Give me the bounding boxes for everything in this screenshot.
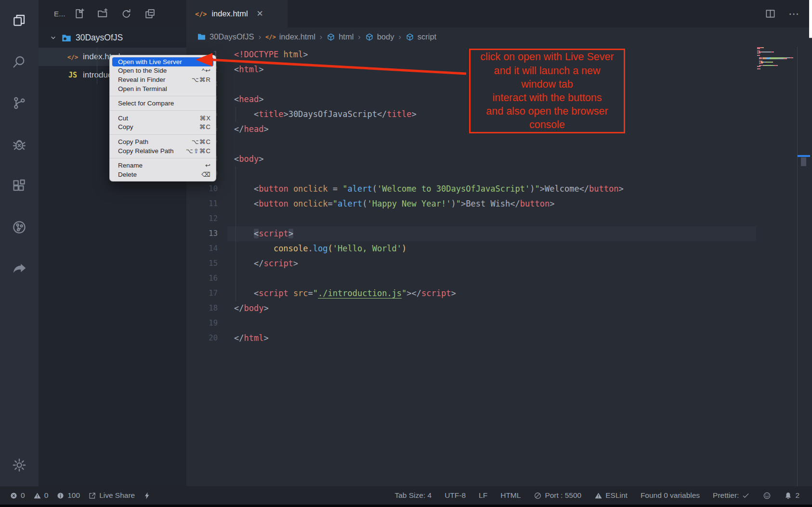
- breadcrumb-item-script[interactable]: script: [406, 32, 436, 41]
- code-line[interactable]: 8<body>: [186, 151, 812, 166]
- settings-gear-icon[interactable]: [12, 457, 27, 473]
- status-item-lf[interactable]: LF: [479, 491, 487, 500]
- collapse-all-icon[interactable]: [144, 8, 156, 20]
- line-number: 10: [186, 184, 218, 193]
- code-line[interactable]: 15 </script>: [186, 256, 812, 271]
- line-number: 16: [186, 274, 218, 283]
- annotation-line: window tab: [471, 78, 624, 91]
- breadcrumb-item-30daysofjs[interactable]: 30DaysOfJS: [197, 32, 254, 41]
- menu-item-reveal-in-finder[interactable]: Reveal in Finder⌥⌘R: [110, 75, 216, 84]
- folder-row-30daysofjs[interactable]: 30DaysOfJS: [39, 29, 186, 47]
- line-number: 13: [186, 229, 218, 238]
- code-line[interactable]: 14 console.log('Hello, World'): [186, 241, 812, 256]
- menu-item-label: Open with Live Server: [118, 58, 182, 65]
- status-item-utf-8[interactable]: UTF-8: [445, 491, 466, 500]
- port-icon: [534, 492, 542, 500]
- new-folder-icon[interactable]: [97, 8, 109, 20]
- code-line[interactable]: 11 <button onclick="alert('Happy New Yea…: [186, 196, 812, 211]
- refresh-icon[interactable]: [120, 8, 132, 20]
- code-line[interactable]: 16: [186, 271, 812, 286]
- source-control-icon[interactable]: [12, 95, 27, 111]
- code-text: console.log('Hello, World'): [218, 244, 406, 253]
- breadcrumb: 30DaysOfJS›</>index.html›html›body›scrip…: [186, 27, 812, 46]
- status-item-lightning[interactable]: [143, 492, 151, 500]
- status-item-eslint[interactable]: ESLint: [594, 491, 628, 500]
- status-item-label: Tab Size: 4: [394, 491, 432, 500]
- search-icon[interactable]: [12, 54, 27, 69]
- new-file-icon[interactable]: [73, 8, 85, 20]
- breadcrumb-item-index-html[interactable]: </>index.html: [265, 32, 315, 41]
- code-line[interactable]: 13 <script>: [186, 226, 812, 241]
- status-item-label: 0: [44, 491, 49, 500]
- menu-item-label: Copy Path: [118, 138, 148, 145]
- more-actions-icon[interactable]: ⋯: [788, 12, 799, 16]
- warning-icon: [33, 492, 41, 500]
- circle-branch-icon[interactable]: [12, 220, 27, 235]
- menu-item-open-in-terminal[interactable]: Open in Terminal: [110, 84, 216, 93]
- menu-item-select-for-compare[interactable]: Select for Compare: [110, 99, 216, 108]
- status-item-0[interactable]: 0: [33, 491, 49, 500]
- line-number: 17: [186, 289, 218, 298]
- breadcrumb-label: 30DaysOfJS: [210, 32, 254, 41]
- code-line[interactable]: 9: [186, 166, 812, 181]
- status-item-smiley[interactable]: [763, 492, 771, 500]
- menu-item-shortcut: ^↩: [202, 67, 211, 74]
- minimap[interactable]: [757, 47, 795, 69]
- menu-item-copy[interactable]: Copy⌘C: [110, 123, 216, 132]
- breadcrumb-item-body[interactable]: body: [365, 32, 394, 41]
- menu-item-open-to-the-side[interactable]: Open to the Side^↩: [110, 66, 216, 76]
- status-item-prettier[interactable]: Prettier:: [713, 491, 750, 500]
- status-item-found-0-variables[interactable]: Found 0 variables: [641, 491, 700, 500]
- warning-icon: [594, 492, 602, 500]
- status-item-html[interactable]: HTML: [500, 491, 521, 500]
- code-line[interactable]: 10 <button onclick = "alert('Welcome to …: [186, 181, 812, 196]
- menu-item-rename[interactable]: Rename↩: [110, 161, 216, 170]
- menu-item-delete[interactable]: Delete⌫: [110, 170, 216, 179]
- status-item-live-share[interactable]: Live Share: [88, 491, 135, 500]
- code-text: <button onclick="alert('Happy New Year!'…: [218, 199, 555, 208]
- debug-icon[interactable]: [12, 137, 27, 152]
- minimap-line: [757, 68, 795, 69]
- menu-item-cut[interactable]: Cut⌘X: [110, 114, 216, 123]
- menu-item-copy-path[interactable]: Copy Path⌥⌘C: [110, 137, 216, 146]
- window-bottom-edge: [0, 505, 812, 507]
- annotation-box: click on open with Live Severand it will…: [469, 49, 625, 133]
- status-item-port-5500[interactable]: Port : 5500: [534, 491, 581, 500]
- menu-item-label: Delete: [118, 171, 137, 178]
- breadcrumb-separator: ›: [358, 33, 360, 41]
- share-icon[interactable]: [12, 261, 27, 276]
- overview-ruler-border: [797, 47, 798, 486]
- status-item-tab-size-4[interactable]: Tab Size: 4: [394, 491, 432, 500]
- js-file-icon: JS: [65, 71, 80, 79]
- code-line[interactable]: 7: [186, 136, 812, 151]
- code-text: </html>: [218, 333, 269, 343]
- breadcrumb-item-html[interactable]: html: [327, 32, 354, 41]
- tab-bar: </> index.html ✕ ⋯: [186, 0, 812, 27]
- breadcrumb-label: body: [377, 32, 394, 41]
- code-line[interactable]: 20</html>: [186, 331, 812, 346]
- editor-scrollbar[interactable]: [801, 157, 806, 166]
- close-icon[interactable]: ✕: [257, 9, 263, 19]
- line-number: 14: [186, 244, 218, 253]
- tab-index-html[interactable]: </> index.html ✕: [186, 0, 288, 27]
- code-line[interactable]: 17 <script src="./introduction.js"></scr…: [186, 286, 812, 301]
- explorer-icon[interactable]: [12, 13, 27, 28]
- breadcrumb-separator: ›: [398, 33, 401, 41]
- menu-item-copy-relative-path[interactable]: Copy Relative Path⌥⇧⌘C: [110, 146, 216, 156]
- extensions-icon[interactable]: [12, 178, 27, 194]
- code-text: <script>: [218, 229, 293, 238]
- status-item-100[interactable]: 100: [56, 491, 80, 500]
- split-editor-icon[interactable]: [765, 8, 776, 19]
- status-item-2[interactable]: 2: [784, 491, 799, 500]
- menu-separator: [110, 96, 216, 96]
- menu-item-open-with-live-server[interactable]: Open with Live Server: [112, 57, 213, 66]
- status-item-0[interactable]: 0: [10, 491, 25, 500]
- status-bar: 00100Live Share Tab Size: 4UTF-8LFHTMLPo…: [0, 486, 812, 505]
- menu-item-shortcut: ⌥⇧⌘C: [186, 147, 211, 155]
- current-line-highlight: [227, 226, 756, 241]
- code-line[interactable]: 12: [186, 211, 812, 226]
- code-line[interactable]: 18</body>: [186, 301, 812, 316]
- line-number: 11: [186, 199, 218, 208]
- code-text: <title>30DaysOfJavaScript</title>: [218, 109, 417, 119]
- code-line[interactable]: 19: [186, 316, 812, 331]
